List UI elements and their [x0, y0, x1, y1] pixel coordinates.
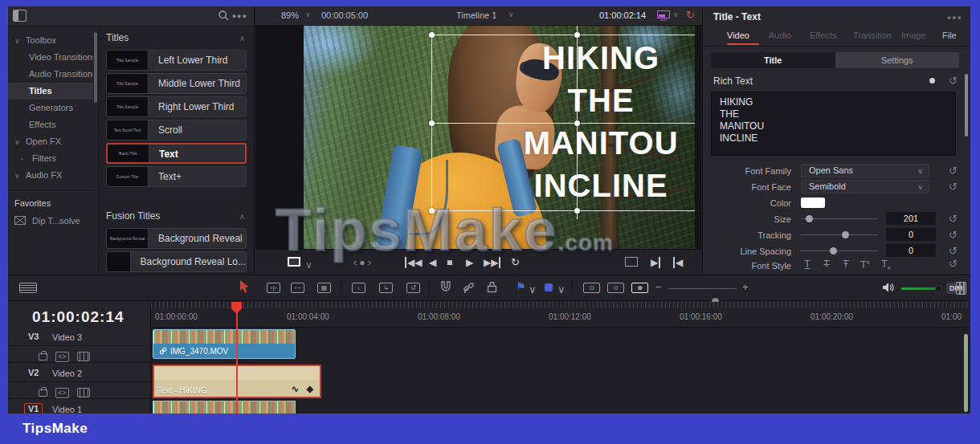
first-frame-button[interactable]: ◀◀: [405, 257, 422, 268]
bbox-handle[interactable]: [429, 208, 435, 214]
fusion-titles-section-header[interactable]: Fusion Titles∧: [106, 205, 247, 228]
sidebar-item-effects[interactable]: Effects: [8, 116, 93, 133]
last-frame-button[interactable]: ▶▶: [484, 257, 500, 268]
sidebar-item-video-transitions[interactable]: Video Transitions: [8, 49, 93, 66]
reset-icon[interactable]: ↺: [949, 181, 958, 192]
sidebar-item-audio-fx[interactable]: ∨Audio FX: [8, 167, 93, 184]
inspector-scrollbar[interactable]: [965, 74, 968, 136]
track-badge[interactable]: V1: [24, 403, 43, 413]
effects-library-options-icon[interactable]: ●●●: [232, 12, 247, 20]
title-item-text-plus[interactable]: Custom TitleText+: [106, 166, 247, 187]
selection-mode-icon[interactable]: [239, 280, 250, 294]
auto-select-icon[interactable]: <>: [55, 388, 69, 398]
link-clips-icon[interactable]: [463, 281, 475, 293]
strikethrough-style-button[interactable]: T: [820, 259, 833, 270]
underline-style-button[interactable]: T: [801, 259, 814, 270]
sidebar-item-toolbox[interactable]: ∨Toolbox: [8, 32, 93, 49]
track-badge[interactable]: V3: [28, 332, 39, 341]
sidebar-item-audio-transitions[interactable]: Audio Transitions: [8, 66, 93, 83]
slider-knob[interactable]: [806, 215, 813, 222]
auto-select-icon[interactable]: <>: [55, 352, 69, 362]
titles-section-header[interactable]: Titles∧: [106, 26, 247, 50]
title-item-middle-lower-third[interactable]: Title SampleMiddle Lower Third: [106, 73, 247, 94]
track-header-v3[interactable]: V3 Video 3: [8, 328, 150, 346]
reset-icon[interactable]: ↺: [949, 165, 958, 176]
mixer-panel-icon[interactable]: [956, 282, 966, 295]
zoom-in-plus[interactable]: +: [742, 281, 749, 294]
position-lock-icon[interactable]: [487, 281, 497, 293]
tab-audio[interactable]: Audio: [769, 31, 791, 40]
refresh-icon[interactable]: ↻: [686, 9, 695, 21]
track-badge[interactable]: V2: [28, 368, 39, 377]
size-value[interactable]: 201: [886, 212, 936, 225]
reset-icon[interactable]: ↺: [949, 214, 958, 224]
fusion-item-background-reveal-lower[interactable]: Background Reveal Lo...: [106, 251, 247, 272]
tracking-slider[interactable]: [801, 234, 878, 235]
sidebar-item-generators[interactable]: Generators: [8, 100, 93, 116]
marker-icon[interactable]: [545, 283, 553, 291]
filmstrip-view-icon[interactable]: [77, 352, 90, 361]
title-item-text[interactable]: Basic TitleText: [106, 143, 247, 164]
replace-clip-icon[interactable]: ↺: [406, 283, 420, 293]
bbox-handle[interactable]: [429, 32, 435, 38]
timeline-view-options-icon[interactable]: [19, 283, 37, 293]
lock-track-icon[interactable]: [39, 353, 47, 360]
bbox-handle[interactable]: [574, 208, 580, 214]
volume-slider[interactable]: [901, 287, 940, 290]
sidebar-item-dip-to-dissolve[interactable]: Dip T...solve: [8, 212, 93, 230]
lock-track-icon[interactable]: [39, 389, 47, 397]
size-slider[interactable]: [801, 218, 878, 219]
font-family-select[interactable]: Open Sans∨: [801, 164, 929, 177]
line-spacing-slider[interactable]: [801, 251, 878, 251]
insert-clip-icon[interactable]: ↓: [352, 283, 365, 293]
line-spacing-value[interactable]: 0: [886, 244, 936, 257]
slider-knob[interactable]: [830, 247, 837, 255]
viewer-mode-icon[interactable]: [657, 10, 670, 21]
sidebar-item-titles[interactable]: Titles: [8, 83, 93, 100]
sidebar-item-filters[interactable]: ›Filters: [8, 150, 93, 167]
timeline-name-select[interactable]: Timeline 1: [456, 10, 496, 20]
overwrite-clip-icon[interactable]: ↳: [379, 283, 393, 293]
play-button[interactable]: ▶: [466, 257, 473, 268]
volume-slider-knob[interactable]: [935, 285, 942, 292]
bbox-handle[interactable]: [574, 32, 580, 38]
timeline-scrollbar[interactable]: [964, 334, 968, 412]
stop-button[interactable]: ■: [447, 257, 452, 268]
loop-icon[interactable]: ↻: [511, 256, 520, 268]
dynamic-trim-mode-icon[interactable]: ‹·›: [291, 283, 304, 293]
tab-transition[interactable]: Transition: [853, 31, 892, 40]
inspector-options-icon[interactable]: ●●●: [947, 14, 962, 22]
transform-tool-icon[interactable]: [288, 257, 300, 267]
effects-library-toggle-icon[interactable]: [13, 10, 27, 22]
full-extent-zoom-icon[interactable]: ⊡: [583, 283, 600, 293]
snapping-magnet-icon[interactable]: [440, 281, 451, 293]
bbox-handle[interactable]: [429, 120, 435, 126]
tracking-value[interactable]: 0: [886, 228, 936, 241]
bbox-top-edge[interactable]: [431, 35, 695, 35]
sidebar-scrollbar[interactable]: [94, 32, 97, 103]
reset-icon[interactable]: ↺: [949, 259, 958, 269]
playhead-line[interactable]: [236, 302, 238, 413]
reset-icon[interactable]: ↺: [949, 75, 958, 86]
bbox-bottom-edge[interactable]: [431, 210, 695, 211]
track-header-v2[interactable]: V2 Video 2: [8, 365, 150, 382]
title-item-scroll[interactable]: Text Scroll TextScroll: [106, 120, 247, 141]
subtab-settings[interactable]: Settings: [835, 52, 960, 68]
subtab-title[interactable]: Title: [711, 52, 835, 68]
tab-image[interactable]: Image: [901, 31, 926, 40]
search-icon[interactable]: [218, 10, 230, 22]
clip-img-3470[interactable]: IMG_3470.MOV: [153, 329, 296, 359]
razor-edit-mode-icon[interactable]: ▦: [317, 283, 331, 293]
curve-icon[interactable]: ∿: [292, 384, 299, 394]
detail-zoom-icon[interactable]: ⊙: [607, 283, 624, 293]
title-item-left-lower-third[interactable]: Title SampleLeft Lower Third: [106, 50, 247, 71]
match-frame-icon[interactable]: [625, 257, 638, 267]
track-header-v1[interactable]: V1 Video 1: [8, 401, 150, 413]
filmstrip-view-icon[interactable]: [77, 388, 90, 397]
keyframe-icon[interactable]: ◆: [307, 384, 313, 394]
tab-file[interactable]: File: [942, 31, 957, 40]
zoom-slider[interactable]: [668, 288, 737, 289]
rich-text-input[interactable]: HIKING THE MANITOU INCLINE: [711, 92, 956, 156]
reset-icon[interactable]: ↺: [949, 230, 958, 240]
jog-control[interactable]: ‹ ● ›: [353, 257, 371, 268]
